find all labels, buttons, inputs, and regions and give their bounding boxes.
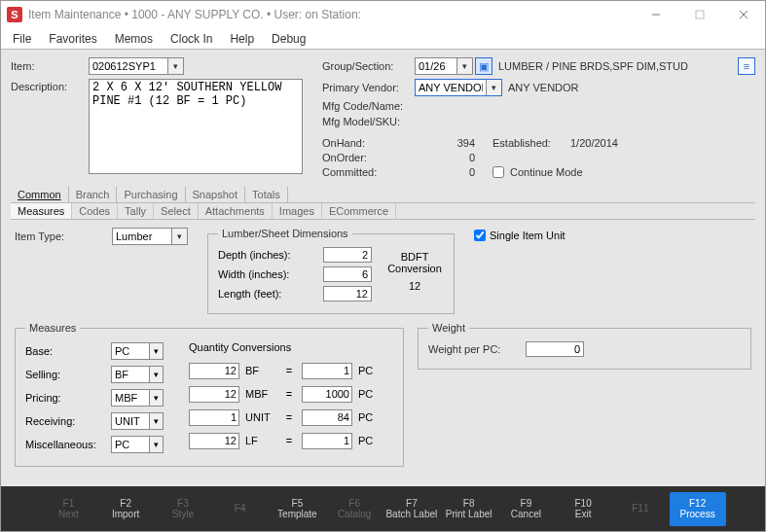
item-dropdown-icon[interactable] — [167, 58, 183, 74]
group-label: Group/Section: — [322, 60, 415, 72]
conv1-b[interactable] — [302, 363, 352, 379]
chevron-down-icon[interactable] — [149, 413, 163, 429]
conv4-a[interactable] — [189, 433, 239, 449]
subtab-codes[interactable]: Codes — [72, 203, 118, 219]
main-tabs: Common Branch Purchasing Snapshot Totals — [11, 187, 755, 203]
f9-button[interactable]: F9Cancel — [497, 492, 554, 526]
single-item-checkbox[interactable] — [474, 230, 486, 241]
vendor-combo[interactable] — [415, 79, 502, 96]
title-bar: S Item Maintenance • 1000 - ANY SUPPLY C… — [1, 1, 765, 28]
depth-input[interactable] — [323, 247, 372, 263]
subtab-tally[interactable]: Tally — [118, 203, 154, 219]
item-combo[interactable] — [89, 57, 184, 75]
f5-button[interactable]: F5Template — [269, 492, 325, 526]
f10-button[interactable]: F10Exit — [555, 492, 611, 526]
conv4-u2: PC — [358, 435, 389, 446]
onorder-value: 0 — [424, 152, 492, 163]
chevron-down-icon[interactable] — [149, 437, 163, 452]
weight-input[interactable] — [526, 341, 584, 357]
item-type-dropdown-icon[interactable] — [171, 229, 187, 244]
maximize-icon — [695, 10, 705, 19]
measures-group: Measures Base: PC Selling: BF Pricing: M… — [15, 322, 404, 467]
vendor-dropdown-icon[interactable] — [486, 80, 501, 95]
f6-button[interactable]: F6Catalog — [326, 492, 383, 526]
f3-button[interactable]: F3Style — [155, 492, 211, 526]
maximize-button[interactable] — [677, 1, 721, 28]
f11-button[interactable]: F11 — [612, 497, 669, 520]
tab-snapshot[interactable]: Snapshot — [186, 187, 245, 202]
window-title: Item Maintenance • 1000 - ANY SUPPLY CO.… — [28, 8, 361, 21]
conv2-b[interactable] — [302, 386, 352, 403]
conv-row-2: MBF = PC — [189, 384, 389, 404]
subtab-images[interactable]: Images — [273, 203, 322, 219]
onhand-value: 394 — [424, 137, 492, 149]
conv2-a[interactable] — [189, 386, 239, 403]
onhand-label: OnHand: — [322, 137, 424, 149]
pricing-label: Pricing: — [25, 392, 111, 404]
subtab-attachments[interactable]: Attachments — [199, 203, 273, 219]
base-label: Base: — [25, 345, 111, 357]
menu-favorites[interactable]: Favorites — [41, 30, 104, 48]
conv-row-1: BF = PC — [189, 361, 389, 380]
f1-button[interactable]: F1Next — [40, 492, 96, 526]
dimensions-legend: Lumber/Sheet Dimensions — [218, 228, 352, 239]
conv1-a[interactable] — [189, 363, 239, 379]
established-label: Established: — [492, 137, 570, 149]
group-combo[interactable] — [415, 57, 473, 75]
app-icon: S — [7, 7, 22, 22]
vendor-name: ANY VENDOR — [508, 82, 579, 93]
receiving-select[interactable]: UNIT — [111, 412, 164, 430]
conv3-b[interactable] — [302, 409, 352, 426]
tab-purchasing[interactable]: Purchasing — [117, 187, 185, 202]
tab-common[interactable]: Common — [11, 187, 69, 202]
conv3-u1: UNIT — [245, 411, 276, 423]
menu-clockin[interactable]: Clock In — [163, 30, 220, 48]
close-button[interactable] — [721, 1, 765, 28]
chevron-down-icon[interactable] — [149, 343, 163, 359]
vendor-input[interactable] — [416, 80, 486, 95]
item-input[interactable] — [90, 58, 167, 74]
tab-totals[interactable]: Totals — [245, 187, 288, 202]
group-input[interactable] — [416, 58, 456, 74]
f8-button[interactable]: F8Print Label — [441, 492, 497, 526]
committed-value: 0 — [424, 166, 492, 178]
group-lookup-button[interactable]: ▣ — [475, 57, 492, 75]
f7-button[interactable]: F7Batch Label — [383, 492, 440, 526]
continue-mode-checkbox[interactable] — [492, 166, 504, 178]
conv4-b[interactable] — [302, 433, 352, 449]
chevron-down-icon[interactable] — [149, 367, 163, 382]
misc-label: Miscellaneous: — [25, 439, 111, 450]
subtab-select[interactable]: Select — [154, 203, 199, 219]
list-icon: ≡ — [744, 60, 749, 72]
subtab-measures[interactable]: Measures — [11, 203, 72, 219]
f4-button[interactable]: F4 — [212, 497, 269, 520]
width-input[interactable] — [323, 266, 372, 282]
qty-conv-header: Quantity Conversions — [189, 341, 389, 361]
tab-branch[interactable]: Branch — [69, 187, 118, 202]
menu-help[interactable]: Help — [222, 30, 262, 48]
minimize-button[interactable] — [634, 1, 677, 28]
chevron-down-icon[interactable] — [149, 390, 163, 406]
item-type-input[interactable] — [113, 229, 171, 244]
misc-select[interactable]: PC — [111, 436, 164, 453]
menu-file[interactable]: File — [5, 30, 39, 48]
item-type-combo[interactable] — [112, 228, 188, 245]
group-dropdown-icon[interactable] — [456, 58, 472, 74]
conv3-u2: PC — [358, 411, 389, 423]
weight-label: Weight per PC: — [428, 343, 526, 355]
f12-button[interactable]: F12Process — [670, 492, 726, 526]
menu-memos[interactable]: Memos — [107, 30, 161, 48]
subtab-ecommerce[interactable]: ECommerce — [322, 203, 396, 219]
length-input[interactable] — [323, 286, 372, 301]
pricing-select[interactable]: MBF — [111, 389, 164, 407]
close-icon — [739, 10, 748, 19]
established-value: 1/20/2014 — [570, 137, 618, 149]
selling-select[interactable]: BF — [111, 366, 164, 383]
base-select[interactable]: PC — [111, 342, 164, 360]
f2-button[interactable]: F2Import — [97, 492, 154, 526]
details-panel-button[interactable]: ≡ — [738, 57, 755, 75]
description-textarea[interactable]: 2 X 6 X 12' SOUTHERN YELLOW PINE #1 (12 … — [89, 79, 303, 174]
depth-label: Depth (inches): — [218, 249, 315, 261]
conv3-a[interactable] — [189, 409, 239, 426]
menu-debug[interactable]: Debug — [264, 30, 313, 48]
